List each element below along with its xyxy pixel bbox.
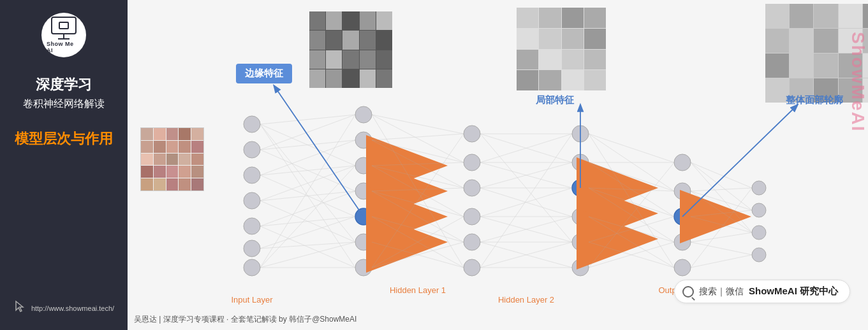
svg-line-46: [372, 115, 464, 134]
svg-point-0: [244, 116, 260, 133]
logo-inner: Show Me AI: [47, 22, 81, 48]
footer-caption: 吴恩达 | 深度学习专项课程 · 全套笔记解读 by 韩信子@ShowMeAI: [134, 314, 357, 325]
svg-line-47: [372, 140, 464, 162]
input-photo-grid: [140, 127, 204, 191]
local-feature-thumbnail: [517, 8, 606, 90]
sidebar-title-main: 深度学习: [36, 75, 92, 95]
svg-point-69: [572, 259, 589, 276]
logo-tv-icon: [51, 17, 77, 34]
svg-line-116: [691, 162, 752, 188]
svg-line-22: [260, 150, 355, 191]
svg-text:Input Layer: Input Layer: [231, 295, 273, 305]
svg-line-33: [260, 124, 355, 268]
svg-line-21: [260, 124, 355, 166]
svg-point-45: [464, 259, 480, 276]
search-text: 搜索｜微信: [699, 286, 744, 298]
svg-line-121: [691, 162, 752, 210]
footer-url: http://www.showmeai.tech/: [31, 305, 114, 312]
svg-line-14: [260, 115, 355, 124]
svg-line-124: [691, 242, 752, 255]
svg-point-92: [674, 183, 691, 199]
svg-point-94: [674, 234, 691, 250]
svg-point-91: [674, 154, 691, 171]
svg-point-6: [244, 259, 260, 276]
svg-point-3: [244, 192, 260, 209]
face-feature-label: 整体面部轮廓: [786, 94, 843, 106]
svg-point-2: [244, 167, 260, 183]
svg-line-109: [589, 134, 674, 268]
svg-text:Hidden Layer 1: Hidden Layer 1: [390, 285, 446, 295]
svg-line-119: [691, 233, 752, 242]
search-icon: [682, 286, 694, 298]
sidebar-footer: http://www.showmeai.tech/: [0, 300, 128, 316]
svg-line-34: [260, 115, 355, 268]
svg-text:Hidden Layer 2: Hidden Layer 2: [498, 295, 554, 305]
svg-point-112: [752, 181, 766, 195]
svg-point-40: [464, 126, 480, 142]
svg-line-19: [260, 242, 355, 248]
svg-line-29: [260, 191, 355, 226]
svg-point-115: [752, 248, 766, 262]
main-content: Input Layer Hidden Layer 1 Hidden Layer …: [128, 0, 868, 330]
svg-point-113: [752, 203, 766, 217]
svg-line-117: [691, 188, 752, 191]
svg-point-4: [244, 218, 260, 234]
logo-area: Show Me AI: [41, 13, 86, 60]
svg-line-57: [372, 134, 464, 140]
svg-point-10: [355, 183, 372, 199]
search-brand: ShowMeAI 研究中心: [749, 285, 838, 298]
logo-base: [58, 38, 70, 39]
logo-text: Show Me AI: [47, 41, 81, 54]
sidebar-title-sub: 卷积神经网络解读: [23, 96, 105, 111]
sidebar: Show Me AI 深度学习 卷积神经网络解读 模型层次与作用 http://…: [0, 0, 128, 330]
svg-point-8: [355, 132, 372, 148]
svg-line-130: [682, 105, 797, 217]
svg-line-87: [480, 134, 572, 268]
svg-point-1: [244, 141, 260, 158]
svg-line-96: [589, 134, 674, 162]
edge-feature-label: 边缘特征: [236, 64, 292, 83]
svg-line-62: [372, 134, 464, 268]
local-feature-label: 局部特征: [536, 94, 574, 106]
svg-point-114: [752, 226, 766, 240]
sidebar-highlight: 模型层次与作用: [15, 129, 113, 149]
search-bar[interactable]: 搜索｜微信 ShowMeAI 研究中心: [674, 280, 850, 303]
svg-line-27: [260, 140, 355, 175]
svg-line-122: [691, 191, 752, 210]
svg-point-68: [572, 234, 589, 250]
svg-point-13: [355, 259, 372, 276]
svg-point-9: [355, 157, 372, 174]
svg-point-12: [355, 234, 372, 250]
logo-circle: Show Me AI: [41, 13, 86, 57]
watermark: ShowMeAI: [848, 32, 868, 133]
edge-feature-thumbnail: [309, 11, 392, 88]
svg-line-52: [372, 115, 464, 162]
svg-point-43: [464, 208, 480, 225]
svg-point-95: [674, 259, 691, 276]
cursor-icon: [13, 300, 26, 316]
svg-line-35: [260, 166, 355, 268]
svg-point-67: [572, 208, 589, 225]
svg-point-42: [464, 180, 480, 196]
svg-point-44: [464, 234, 480, 250]
svg-point-7: [355, 106, 372, 123]
svg-point-5: [244, 240, 260, 257]
svg-point-41: [464, 154, 480, 171]
svg-line-26: [260, 115, 355, 150]
svg-line-120: [691, 255, 752, 268]
